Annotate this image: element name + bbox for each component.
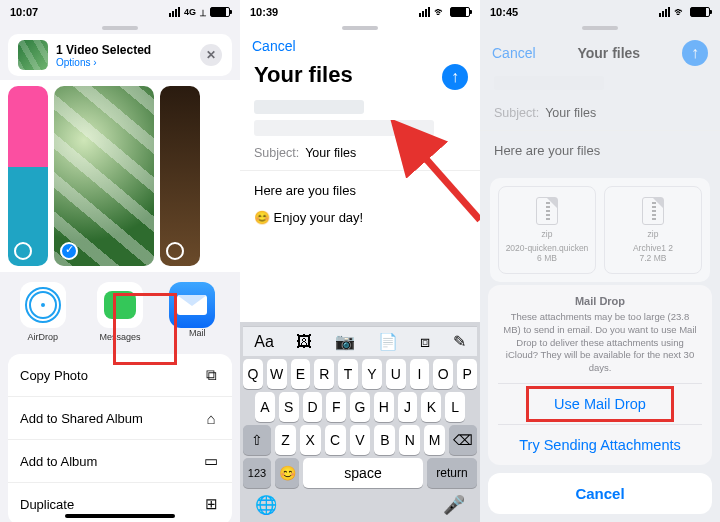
key-g[interactable]: G xyxy=(350,392,370,422)
messages-button[interactable]: Messages xyxy=(92,282,148,342)
key-u[interactable]: U xyxy=(386,359,406,389)
media-thumb[interactable] xyxy=(160,86,200,266)
airdrop-button[interactable]: AirDrop xyxy=(15,282,71,342)
share-title: 1 Video Selected xyxy=(56,43,200,57)
scan-icon[interactable]: ⧈ xyxy=(420,333,430,351)
messages-icon xyxy=(104,291,136,319)
key-t[interactable]: T xyxy=(338,359,358,389)
action-add-shared-album[interactable]: Add to Shared Album⌂ xyxy=(8,397,232,440)
attachment-item[interactable]: zipArchive1 27.2 MB xyxy=(604,186,702,275)
message-body: Here are your files xyxy=(480,131,720,172)
compose-title: Your files xyxy=(240,58,367,96)
subject-field: Subject:Your files xyxy=(480,96,720,131)
key-⇧[interactable]: ⇧ xyxy=(243,425,271,455)
wifi-icon: ᯤ xyxy=(674,5,686,19)
airdrop-icon xyxy=(29,291,57,319)
home-indicator[interactable] xyxy=(65,514,175,518)
sheet-grabber[interactable] xyxy=(582,26,618,30)
message-body[interactable]: Here are you files 😊 Enjoy your day! xyxy=(240,171,480,239)
photo-picker-icon[interactable]: 🖼 xyxy=(296,333,312,351)
keyboard-format-bar[interactable]: Aa 🖼 📷 📄 ⧈ ✎ xyxy=(243,326,477,356)
key-d[interactable]: D xyxy=(303,392,323,422)
status-bar: 10:39 ᯤ xyxy=(240,0,480,22)
use-maildrop-button[interactable]: Use Mail Drop xyxy=(498,383,702,424)
maildrop-title: Mail Drop xyxy=(498,295,702,307)
send-button[interactable]: ↑ xyxy=(442,64,468,90)
key-k[interactable]: K xyxy=(421,392,441,422)
action-copy-photo[interactable]: Copy Photo⧉ xyxy=(8,354,232,397)
keyboard[interactable]: Aa 🖼 📷 📄 ⧈ ✎ QWERTYUIOP ASDFGHJKL ⇧ZXCVB… xyxy=(240,322,480,522)
key-l[interactable]: L xyxy=(445,392,465,422)
media-thumb[interactable] xyxy=(8,86,48,266)
battery-icon xyxy=(450,7,470,17)
status-time: 10:07 xyxy=(10,6,38,18)
media-strip[interactable] xyxy=(0,80,240,272)
markup-icon[interactable]: ✎ xyxy=(453,332,466,351)
signal-icon xyxy=(419,7,430,17)
key-p[interactable]: P xyxy=(457,359,477,389)
recipient-area[interactable] xyxy=(240,96,480,136)
key-o[interactable]: O xyxy=(433,359,453,389)
battery-icon xyxy=(690,7,710,17)
globe-icon[interactable]: 🌐 xyxy=(255,494,277,516)
mail-icon xyxy=(169,282,215,328)
share-options-link[interactable]: Options › xyxy=(56,57,200,68)
send-button[interactable]: ↑ xyxy=(682,40,708,66)
zip-icon xyxy=(642,197,664,225)
cancel-button[interactable]: Cancel xyxy=(492,45,536,61)
key-n[interactable]: N xyxy=(399,425,420,455)
key-b[interactable]: B xyxy=(374,425,395,455)
pane-share-sheet: 10:07 4G ⟂ 1 Video Selected Options › ✕ … xyxy=(0,0,240,522)
key-i[interactable]: I xyxy=(410,359,430,389)
try-sending-button[interactable]: Try Sending Attachments xyxy=(498,424,702,465)
sheet-grabber[interactable] xyxy=(102,26,138,30)
close-icon[interactable]: ✕ xyxy=(200,44,222,66)
key-h[interactable]: H xyxy=(374,392,394,422)
copy-icon: ⧉ xyxy=(202,366,220,384)
key-r[interactable]: R xyxy=(314,359,334,389)
text-format-icon[interactable]: Aa xyxy=(254,333,274,351)
key-s[interactable]: S xyxy=(279,392,299,422)
sheet-cancel-button[interactable]: Cancel xyxy=(488,473,712,514)
sheet-grabber[interactable] xyxy=(342,26,378,30)
action-add-album[interactable]: Add to Album▭ xyxy=(8,440,232,483)
status-time: 10:39 xyxy=(250,6,278,18)
key-c[interactable]: C xyxy=(325,425,346,455)
attachment-item[interactable]: zip2020-quicken.quicken6 MB xyxy=(498,186,596,275)
num-key[interactable]: 123 xyxy=(243,458,271,488)
return-key[interactable]: return xyxy=(427,458,477,488)
key-q[interactable]: Q xyxy=(243,359,263,389)
cancel-button[interactable]: Cancel xyxy=(252,38,296,54)
key-v[interactable]: V xyxy=(350,425,371,455)
key-m[interactable]: M xyxy=(424,425,445,455)
key-e[interactable]: E xyxy=(291,359,311,389)
maildrop-message: These attachments may be too large (23.8… xyxy=(498,307,702,383)
document-icon[interactable]: 📄 xyxy=(378,332,398,351)
key-⌫[interactable]: ⌫ xyxy=(449,425,477,455)
mic-icon[interactable]: 🎤 xyxy=(443,494,465,516)
wifi-icon: ᯤ xyxy=(434,5,446,19)
media-thumb[interactable] xyxy=(54,86,154,266)
key-a[interactable]: A xyxy=(255,392,275,422)
album-icon: ▭ xyxy=(202,452,220,470)
pane-maildrop: 10:45 ᯤ Cancel Your files ↑ Subject:Your… xyxy=(480,0,720,522)
compose-title: Your files xyxy=(577,45,640,61)
subject-field[interactable]: Subject:Your files xyxy=(240,136,480,171)
mail-button[interactable]: Mail xyxy=(169,282,225,342)
emoji-key[interactable]: 😊 xyxy=(275,458,299,488)
status-time: 10:45 xyxy=(490,6,518,18)
status-bar: 10:45 ᯤ xyxy=(480,0,720,22)
key-z[interactable]: Z xyxy=(275,425,296,455)
share-apps-row: AirDrop Messages Mail xyxy=(0,272,240,354)
space-key[interactable]: space xyxy=(303,458,423,488)
key-w[interactable]: W xyxy=(267,359,287,389)
signal-icon xyxy=(169,7,180,17)
key-j[interactable]: J xyxy=(398,392,418,422)
key-x[interactable]: X xyxy=(300,425,321,455)
share-header: 1 Video Selected Options › ✕ xyxy=(8,34,232,76)
key-y[interactable]: Y xyxy=(362,359,382,389)
key-f[interactable]: F xyxy=(326,392,346,422)
selected-thumbnail xyxy=(18,40,48,70)
camera-icon[interactable]: 📷 xyxy=(335,332,355,351)
share-actions-list: Copy Photo⧉ Add to Shared Album⌂ Add to … xyxy=(8,354,232,522)
